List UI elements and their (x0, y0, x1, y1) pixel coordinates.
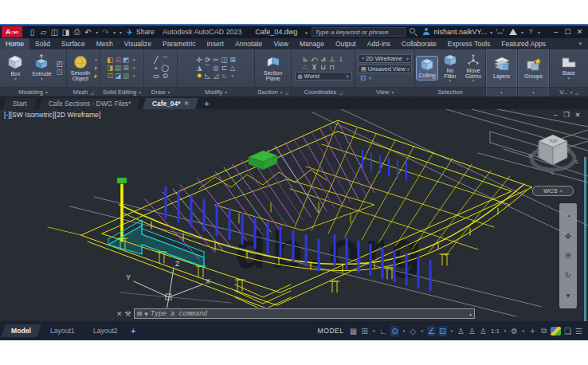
layout-tab-layout2[interactable]: Layout2 (84, 324, 128, 337)
ucs-icon[interactable]: ⊾ (303, 56, 308, 63)
autodesk-dropdown-icon[interactable]: ▾ (521, 29, 523, 35)
undo-icon[interactable]: ↶ (83, 28, 93, 37)
help-dropdown-icon[interactable]: ▾ (538, 29, 540, 35)
ribbon-tab-express-tools[interactable]: Express Tools (442, 38, 496, 49)
viewport-dropdown-icon[interactable]: ▾ (369, 75, 371, 82)
thicken-icon[interactable]: ▤ (115, 65, 121, 72)
fillet-icon[interactable]: ⌒ (204, 65, 211, 72)
separate-icon[interactable]: ▥ (123, 73, 129, 80)
drawing-canvas[interactable]: db.org (0, 109, 588, 321)
extrude-button[interactable]: Extrude ▾ (29, 53, 54, 82)
panel-label-modify[interactable]: Modify ▾ (178, 87, 254, 96)
ribbon-tab-insert[interactable]: Insert (201, 38, 229, 49)
move-icon[interactable]: ✣ (196, 57, 202, 64)
ribbon-tab-manage[interactable]: Manage (294, 38, 330, 49)
ucs-zaxis-icon[interactable]: ⟘ (339, 56, 343, 63)
panel-label-coordinates[interactable]: Coordinates ◿ (292, 87, 355, 96)
redo-icon[interactable]: ↷ (100, 28, 111, 37)
subtract-icon[interactable]: ◨ (107, 65, 113, 72)
refine-mesh-icon[interactable]: ◕ (93, 73, 97, 80)
ribbon-tab-output[interactable]: Output (330, 38, 362, 49)
panel-label-view[interactable]: View ▾ (355, 87, 414, 96)
share-label[interactable]: Share (135, 28, 155, 36)
layout-tab-layout1[interactable]: Layout1 (40, 324, 84, 337)
line-icon[interactable]: ╱ (154, 57, 158, 64)
wcs-dropdown[interactable]: WCS ▾ (532, 186, 574, 196)
blend-icon[interactable]: ∪ (221, 73, 226, 80)
search-icon[interactable] (409, 27, 418, 37)
close-button[interactable]: ✕ (574, 28, 586, 36)
smooth-object-button[interactable]: Smooth Object (69, 54, 92, 83)
search-expand-icon[interactable]: ▸ (306, 29, 308, 35)
viewport-close-button[interactable]: ✕ (574, 111, 582, 119)
minimize-button[interactable]: – (550, 28, 562, 36)
interfere-icon[interactable]: ◪ (115, 73, 121, 80)
ribbon-overflow-icon[interactable]: ▾ (572, 38, 588, 49)
panel-label-base[interactable]: V... ▾ ◿ (550, 87, 588, 96)
polar-dropdown-icon[interactable]: ▾ (402, 328, 406, 334)
graphics-performance-icon[interactable] (551, 327, 561, 336)
ellipse-icon[interactable]: ⊙ (163, 73, 168, 80)
solidedit-dropdown2-icon[interactable]: ▾ (133, 65, 135, 72)
panel-label-groups[interactable]: ▾ (518, 87, 549, 96)
ucs-view-icon[interactable]: ⊻ (312, 64, 316, 71)
presspull-icon[interactable]: ◳ (56, 69, 62, 76)
ucs-origin-icon[interactable]: ⊥ (329, 56, 335, 63)
app-store-cart-icon[interactable] (496, 27, 505, 37)
ribbon-tab-annotate[interactable]: Annotate (229, 38, 268, 49)
ribbon-tab-addins[interactable]: Add-ins (362, 38, 396, 49)
ucs-world-dropdown[interactable]: ◍ World ▾ (295, 72, 352, 80)
clean-screen-icon[interactable]: ❏ (563, 326, 572, 336)
viewport-minimize-button[interactable]: – (551, 111, 559, 119)
open-icon[interactable]: ▱ (38, 28, 49, 37)
recent-commands-icon[interactable]: ▤ (137, 311, 143, 317)
ribbon-tab-surface[interactable]: Surface (56, 38, 91, 49)
trim-icon[interactable]: ✂ (213, 57, 218, 64)
visual-style-dropdown[interactable]: ◔ 2D Wireframe ▾ (358, 54, 412, 63)
maximize-button[interactable]: ☐ (562, 28, 574, 36)
explode-icon[interactable]: ✸ (196, 73, 202, 80)
autodesk-app-icon[interactable] (508, 27, 518, 37)
isodraft-icon[interactable]: ◇ (409, 326, 417, 336)
redo-dropdown-icon[interactable]: ▾ (112, 29, 117, 35)
viewport-config-icon[interactable]: ⊡ (360, 75, 366, 82)
ucs-object-icon[interactable]: ⊔ (320, 64, 326, 71)
plot-icon[interactable]: ⎙ (72, 27, 82, 37)
ribbon-tab-collaborate[interactable]: Collaborate (396, 38, 442, 49)
ortho-icon[interactable]: ∟ (378, 326, 388, 336)
ribbon-tab-solid[interactable]: Solid (29, 38, 56, 49)
scale-icon[interactable]: △ (230, 65, 236, 72)
polar-tracking-icon[interactable]: ⊙ (390, 326, 399, 336)
layout-tab-model[interactable]: Model (1, 324, 41, 337)
panel-label-modeling[interactable]: Modeling ▾ (0, 87, 66, 96)
box-button[interactable]: Box ▾ (3, 53, 27, 82)
solidedit-dropdown3-icon[interactable]: ▾ (133, 73, 135, 80)
dynamic-input-icon[interactable]: ⊡ (438, 326, 447, 336)
copy-icon[interactable]: ◫ (221, 57, 227, 64)
groups-button[interactable]: Groups (520, 56, 547, 80)
layers-button[interactable]: Layers (488, 56, 515, 80)
section-plane-button[interactable]: Section Plane (258, 54, 288, 83)
ribbon-tab-home[interactable]: Home (0, 38, 29, 49)
annotation-scale-value[interactable]: 1:1 (490, 327, 500, 336)
ucs-previous-icon[interactable]: ⤺ (311, 56, 318, 63)
rotate-icon[interactable]: ⟳ (205, 57, 210, 64)
application-menu-button[interactable]: ACAD (2, 26, 22, 37)
new-drawing-button[interactable]: + (204, 99, 209, 109)
command-customize-icon[interactable]: ⚒ (125, 310, 131, 318)
annotation-autoscale-icon[interactable]: ♙ (468, 326, 476, 336)
isodraft-dropdown-icon[interactable]: ▾ (420, 328, 425, 334)
annotation-scale-icon[interactable]: ♙ (479, 326, 488, 336)
chamfer-icon[interactable]: ◿ (214, 73, 219, 80)
snap-dropdown-icon[interactable]: ▾ (371, 328, 376, 334)
culling-button[interactable]: Culling (417, 57, 437, 79)
pan-icon[interactable]: ✥ (565, 232, 571, 241)
customization-icon[interactable]: + (528, 326, 537, 336)
fillet-edge-icon[interactable]: ◩ (123, 57, 129, 64)
help-icon[interactable]: ? (527, 28, 535, 36)
snap-mode-icon[interactable]: ⊞ (360, 326, 369, 336)
full-navigation-wheel-icon[interactable]: ◔ (566, 212, 570, 221)
doc-tab-start[interactable]: Start (3, 98, 37, 109)
grid-icon[interactable]: ▦ (349, 326, 358, 336)
undo-dropdown-icon[interactable]: ▾ (94, 29, 100, 35)
